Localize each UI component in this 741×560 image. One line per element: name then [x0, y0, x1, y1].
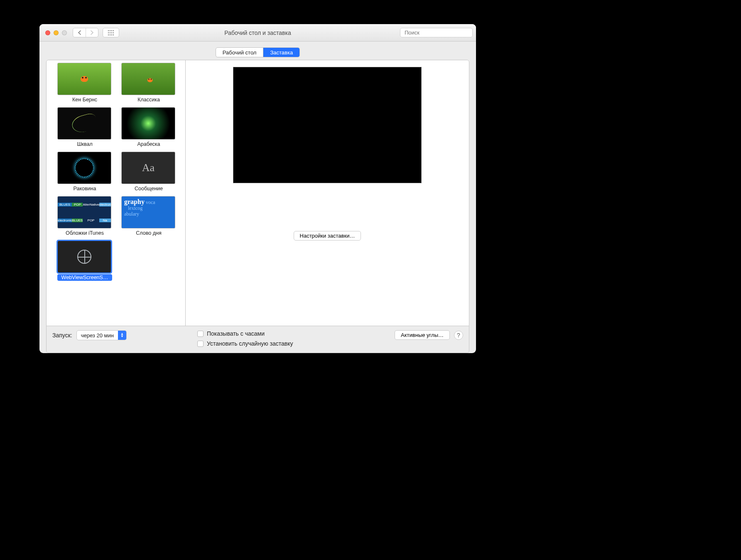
options-column: Показывать с часами Установить случайную… [196, 330, 390, 347]
content-panel: Кен БернсКлассикаШквалАрабескаРаковинаAa… [46, 60, 469, 353]
svg-rect-10 [111, 34, 112, 35]
forward-button[interactable] [86, 28, 98, 37]
screensaver-item-label: Кен Бернс [57, 96, 112, 103]
svg-rect-3 [113, 30, 114, 31]
screensaver-item-label: WebViewScreenS… [57, 274, 112, 281]
show-all-button[interactable] [103, 28, 119, 37]
tab-desktop[interactable]: Рабочий стол [216, 48, 263, 57]
random-checkbox[interactable] [197, 341, 204, 347]
screensaver-item[interactable]: AaСообщение [121, 152, 176, 192]
chevron-left-icon [78, 30, 81, 35]
minimize-window-button[interactable] [54, 30, 59, 35]
start-after-label: Запуск: [52, 332, 72, 339]
chevron-right-icon [90, 30, 94, 35]
tab-row: Рабочий стол Заставка [39, 42, 476, 60]
screensaver-item-label: Шквал [57, 141, 112, 147]
random-row: Установить случайную заставку [197, 340, 390, 347]
zoom-window-button [62, 30, 67, 35]
screensaver-item-label: Обложки iTunes [57, 230, 112, 236]
screensaver-list[interactable]: Кен БернсКлассикаШквалАрабескаРаковинаAa… [47, 60, 186, 326]
random-label: Установить случайную заставку [207, 340, 293, 347]
back-button[interactable] [73, 28, 86, 37]
svg-rect-6 [111, 32, 112, 33]
split-view: Кен БернсКлассикаШквалАрабескаРаковинаAa… [47, 60, 469, 326]
screensaver-item[interactable]: graphy voca lexicogabularyСлово дня [121, 196, 176, 236]
show-clock-label: Показывать с часами [207, 330, 265, 337]
updown-icon: ▲▼ [118, 331, 126, 340]
screensaver-item-label: Арабеска [121, 141, 176, 147]
nav-back-forward [73, 28, 98, 37]
svg-rect-1 [110, 30, 110, 31]
screensaver-item-label: Классика [121, 96, 176, 103]
screensaver-item[interactable]: Арабеска [121, 107, 176, 147]
screensaver-options-button[interactable]: Настройки заставки… [294, 231, 361, 241]
help-button[interactable]: ? [454, 331, 463, 340]
screensaver-item-label: Слово дня [121, 230, 176, 236]
svg-rect-8 [108, 34, 109, 35]
search-field[interactable] [400, 28, 473, 37]
svg-rect-0 [108, 30, 109, 31]
screensaver-item[interactable]: BLUESPOPAlterNativeelectronelectronicBLU… [57, 196, 112, 236]
screensaver-item[interactable]: Шквал [57, 107, 112, 147]
grid-icon [108, 30, 114, 35]
show-clock-checkbox[interactable] [197, 331, 204, 337]
preview-pane: Настройки заставки… [186, 60, 469, 326]
screensaver-item[interactable]: Раковина [57, 152, 112, 192]
bottom-bar: Запуск: через 20 мин ▲▼ Показывать с час… [47, 326, 469, 353]
screensaver-preview [233, 67, 422, 183]
preferences-window: Рабочий стол и заставка Рабочий стол Зас… [39, 24, 476, 353]
svg-rect-11 [113, 34, 114, 35]
close-window-button[interactable] [45, 30, 50, 35]
titlebar: Рабочий стол и заставка [39, 24, 476, 42]
screensaver-item-label: Сообщение [121, 185, 176, 192]
screensaver-item[interactable]: WebViewScreenS… [57, 241, 112, 281]
svg-rect-7 [113, 32, 114, 33]
svg-rect-4 [108, 32, 109, 33]
start-after-group: Запуск: через 20 мин ▲▼ [52, 330, 191, 340]
screensaver-item-label: Раковина [57, 185, 112, 192]
tab-segmented: Рабочий стол Заставка [216, 47, 300, 57]
show-clock-row: Показывать с часами [197, 330, 390, 337]
svg-rect-2 [111, 30, 112, 31]
tab-screensaver[interactable]: Заставка [263, 48, 299, 57]
screensaver-item[interactable]: Кен Бернс [57, 63, 112, 103]
search-input[interactable] [405, 29, 474, 36]
window-controls [45, 30, 67, 35]
start-after-value: через 20 мин [77, 332, 118, 339]
start-after-select[interactable]: через 20 мин ▲▼ [76, 330, 127, 340]
svg-rect-5 [110, 32, 110, 33]
screensaver-item[interactable]: Классика [121, 63, 176, 103]
svg-rect-9 [110, 34, 110, 35]
hot-corners-button[interactable]: Активные углы… [395, 330, 450, 340]
right-buttons: Активные углы… ? [395, 330, 463, 340]
